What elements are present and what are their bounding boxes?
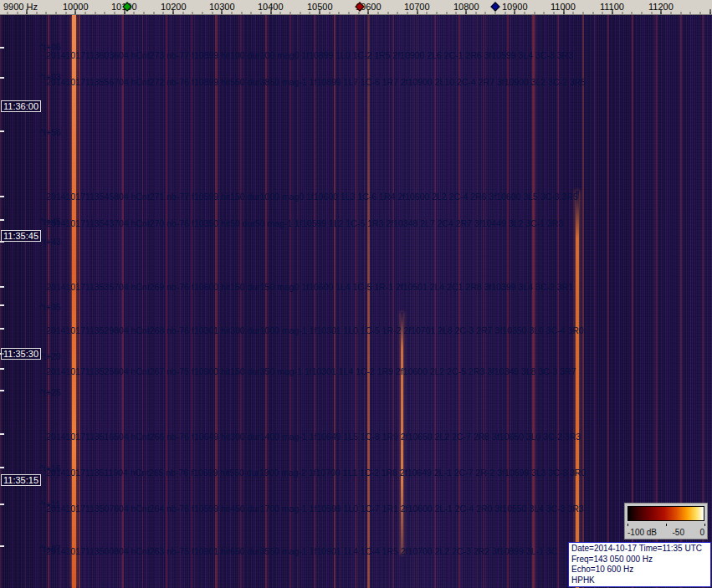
detection-record: 20141017113603604 hCnt273 nb-77 f10899 h… [46, 50, 573, 60]
spectral-streak [532, 15, 535, 588]
spectral-streak [265, 15, 267, 588]
time-axis-label: 11:35:30 [1, 348, 41, 360]
waterfall-spectrogram [0, 15, 712, 588]
spectral-streak [289, 15, 291, 588]
time-tick [0, 368, 4, 370]
time-tick [0, 130, 4, 132]
time-axis-label: 11:35:45 [1, 230, 41, 242]
db-min-label: -100 dB [627, 528, 657, 537]
time-tick [0, 219, 4, 221]
spectral-streak [557, 15, 559, 588]
time-tick [0, 433, 4, 435]
db-scale-labels: -100 dB -50 0 [627, 528, 704, 537]
detection-record: 20141017113543704 hCnt270 nb-76 f10350 h… [46, 218, 563, 228]
frequency-ruler: 9900 Hz 10000 10100 10200 10300 10400 10… [0, 0, 712, 15]
spectral-streak [79, 15, 80, 588]
time-axis-label: 11:36:00 [1, 100, 41, 112]
spectral-streak [240, 15, 242, 588]
spectral-streak [355, 15, 356, 588]
spectral-streak [215, 15, 218, 588]
spectral-streak [334, 15, 336, 588]
detection-record: 20141017113511904 hCnt265 nb-76 f10699 h… [46, 468, 586, 478]
info-frequency: Freq=143 050 000 Hz [571, 555, 708, 565]
time-tick [0, 545, 4, 547]
major-tick-strip [0, 9, 712, 14]
time-tick [0, 77, 4, 79]
db-tick [704, 524, 705, 526]
info-date-time: Date=2014-10-17 Time=11:35 UTC [571, 544, 708, 555]
spectral-streak [607, 15, 609, 588]
spectral-streak [576, 191, 579, 588]
info-station: HPHK [571, 575, 708, 586]
time-tick [0, 328, 4, 330]
time-axis-label: 11:35:15 [1, 474, 41, 486]
db-mid-label: -50 [673, 528, 684, 537]
detection-record: 20141017113500804 hCnt263 nb-75 f10901 h… [46, 546, 557, 556]
spectral-streak [72, 15, 76, 588]
spectral-streak [142, 15, 143, 588]
time-offset-mark: ^t+56 [39, 127, 61, 137]
db-max-label: 0 [699, 528, 704, 537]
info-echo: Echo=10 600 Hz [571, 565, 708, 575]
spectral-streak [122, 15, 124, 588]
db-tick [666, 524, 667, 526]
spectral-streak [458, 15, 460, 588]
spectral-streak [191, 15, 192, 588]
time-offset-mark: ^t+25 [39, 387, 61, 397]
time-tick [0, 504, 4, 505]
db-tick [627, 524, 628, 526]
time-tick [0, 390, 4, 391]
spectral-streak [314, 15, 315, 588]
detection-record: 20141017113516504 hCnt266 nb-76 f10649 h… [46, 432, 581, 442]
spectrogram-app-window: 9900 Hz 10000 10100 10200 10300 10400 10… [0, 0, 712, 588]
time-tick [0, 286, 4, 288]
spectral-streak [166, 15, 167, 588]
time-offset-mark: ^t+43 [39, 237, 61, 247]
spectral-streak [507, 15, 509, 588]
detection-record: 20141017113529804 hCnt268 nb-76 f10301 h… [46, 325, 584, 335]
detection-record: 20141017113507604 hCnt264 nb-76 f10599 h… [46, 504, 584, 514]
time-tick [0, 304, 4, 306]
db-color-scale: -100 dB -50 0 [624, 503, 708, 539]
db-gradient-bar [627, 506, 704, 521]
time-tick [0, 196, 4, 197]
detection-record: 20141017113525604 hCnt267 nb-75 f10900 h… [46, 366, 576, 376]
detection-record: 20141017113535704 hCnt269 nb-76 f10600 h… [46, 282, 573, 292]
spectral-streak [483, 15, 484, 588]
time-offset-mark: ^t+29 [39, 351, 61, 361]
detection-record: 20141017113545804 hCnt271 nb-77 f10599 h… [46, 192, 578, 202]
spectral-streak [434, 15, 436, 588]
time-tick [0, 467, 4, 468]
spectral-streak [392, 15, 394, 588]
station-info-box: Date=2014-10-17 Time=11:35 UTC Freq=143 … [568, 542, 711, 587]
time-offset-mark: ^t+35 [39, 302, 61, 312]
spectral-streak [582, 15, 584, 588]
detection-record: 20141017113556704 hCnt272 nb-76 f10899 h… [46, 77, 586, 87]
time-tick [0, 47, 4, 49]
spectral-streak [367, 15, 370, 588]
